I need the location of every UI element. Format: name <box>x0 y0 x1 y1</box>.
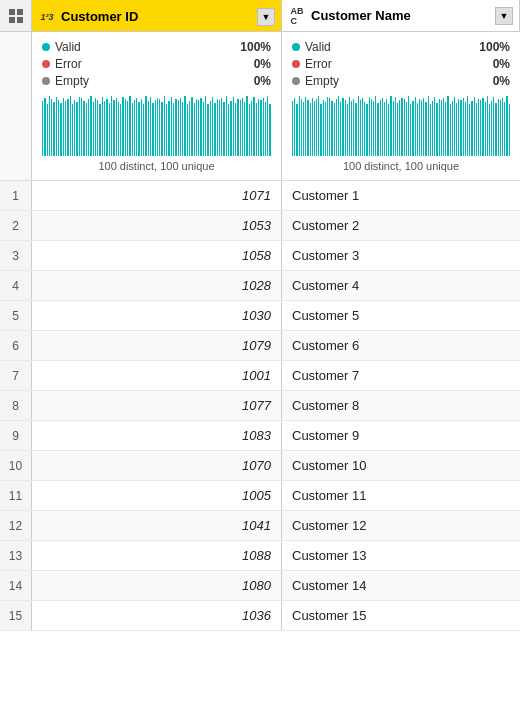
bar <box>256 103 257 156</box>
row-number: 3 <box>0 241 32 270</box>
table-row[interactable]: 6 1079 Customer 6 <box>0 331 520 361</box>
name-cell: Customer 13 <box>282 541 520 570</box>
bar <box>187 104 188 156</box>
bar <box>485 102 486 156</box>
bar <box>467 96 468 156</box>
bar <box>460 100 461 156</box>
stat-empty-id: Empty 0% <box>42 74 271 88</box>
grid-icon <box>8 8 24 24</box>
bar <box>417 103 418 156</box>
table-row[interactable]: 5 1030 Customer 5 <box>0 301 520 331</box>
bar <box>127 101 128 156</box>
bar <box>419 99 420 156</box>
table-row[interactable]: 8 1077 Customer 8 <box>0 391 520 421</box>
bar <box>97 100 98 156</box>
table-row[interactable]: 2 1053 Customer 2 <box>0 211 520 241</box>
table-row[interactable]: 13 1088 Customer 13 <box>0 541 520 571</box>
bar <box>116 98 117 156</box>
table-row[interactable]: 10 1070 Customer 10 <box>0 451 520 481</box>
bar <box>336 99 337 156</box>
bar <box>469 104 470 156</box>
name-cell: Customer 6 <box>282 331 520 360</box>
bar <box>157 98 158 156</box>
column-header-id[interactable]: 1²3 Customer ID ▼ <box>32 0 282 31</box>
table-row[interactable]: 15 1036 Customer 15 <box>0 601 520 631</box>
bar <box>384 102 385 156</box>
bar-chart-name <box>292 96 510 156</box>
bar <box>432 101 433 156</box>
bar <box>303 102 304 156</box>
bar <box>223 102 224 156</box>
bar <box>67 99 68 156</box>
id-cell: 1070 <box>32 451 282 480</box>
dot-valid-id <box>42 43 50 51</box>
bar <box>456 103 457 156</box>
bar <box>207 104 208 156</box>
name-cell: Customer 11 <box>282 481 520 510</box>
bar <box>502 98 503 156</box>
empty-label-id: Empty <box>55 74 254 88</box>
table-row[interactable]: 1 1071 Customer 1 <box>0 181 520 211</box>
id-cell: 1053 <box>32 211 282 240</box>
col-name-dropdown[interactable]: ▼ <box>495 7 513 25</box>
bar <box>495 103 496 156</box>
id-cell: 1088 <box>32 541 282 570</box>
table-row[interactable]: 3 1058 Customer 3 <box>0 241 520 271</box>
bar <box>347 104 348 156</box>
bar <box>371 99 372 156</box>
bar <box>210 101 211 156</box>
bar <box>386 99 387 156</box>
table-row[interactable]: 12 1041 Customer 12 <box>0 511 520 541</box>
bar <box>377 103 378 156</box>
bar <box>415 97 416 156</box>
col-name-label: Customer Name <box>311 8 495 23</box>
bar <box>164 96 165 156</box>
row-number: 12 <box>0 511 32 540</box>
bar <box>471 101 472 156</box>
bar <box>320 104 321 156</box>
column-header-name[interactable]: ABC Customer Name ▼ <box>282 0 520 31</box>
bar <box>173 103 174 156</box>
bar <box>249 104 250 156</box>
id-cell: 1001 <box>32 361 282 390</box>
table-row[interactable]: 7 1001 Customer 7 <box>0 361 520 391</box>
svg-rect-2 <box>9 17 15 23</box>
bar <box>152 103 153 156</box>
table-row[interactable]: 14 1080 Customer 14 <box>0 571 520 601</box>
valid-value-name: 100% <box>479 40 510 54</box>
bar <box>430 104 431 156</box>
bar <box>375 96 376 156</box>
bar <box>425 102 426 156</box>
table-row[interactable]: 11 1005 Customer 11 <box>0 481 520 511</box>
bar <box>504 102 505 156</box>
bar <box>423 98 424 156</box>
data-table: 1²3 Customer ID ▼ ABC Customer Name ▼ Va… <box>0 0 520 631</box>
dot-error-id <box>42 60 50 68</box>
table-row[interactable]: 9 1083 Customer 9 <box>0 421 520 451</box>
bar <box>404 99 405 156</box>
row-number: 4 <box>0 271 32 300</box>
bar <box>217 99 218 156</box>
bar <box>111 96 112 156</box>
bar <box>325 102 326 156</box>
empty-value-name: 0% <box>493 74 510 88</box>
bar <box>331 101 332 156</box>
name-cell: Customer 9 <box>282 421 520 450</box>
col-id-dropdown[interactable]: ▼ <box>257 8 275 26</box>
profile-cell-id: Valid 100% Error 0% Empty 0% 100 distinc… <box>32 32 282 180</box>
bar <box>358 96 359 156</box>
bar <box>476 103 477 156</box>
bar <box>134 100 135 156</box>
bar <box>182 102 183 156</box>
bar <box>178 100 179 156</box>
bar <box>191 97 192 156</box>
bar <box>102 97 103 156</box>
dot-error-name <box>292 60 300 68</box>
col-id-label: Customer ID <box>61 9 257 24</box>
bar <box>265 102 266 156</box>
id-cell: 1079 <box>32 331 282 360</box>
bar <box>122 97 123 156</box>
table-row[interactable]: 4 1028 Customer 4 <box>0 271 520 301</box>
bar <box>436 103 437 156</box>
bar <box>49 96 50 156</box>
